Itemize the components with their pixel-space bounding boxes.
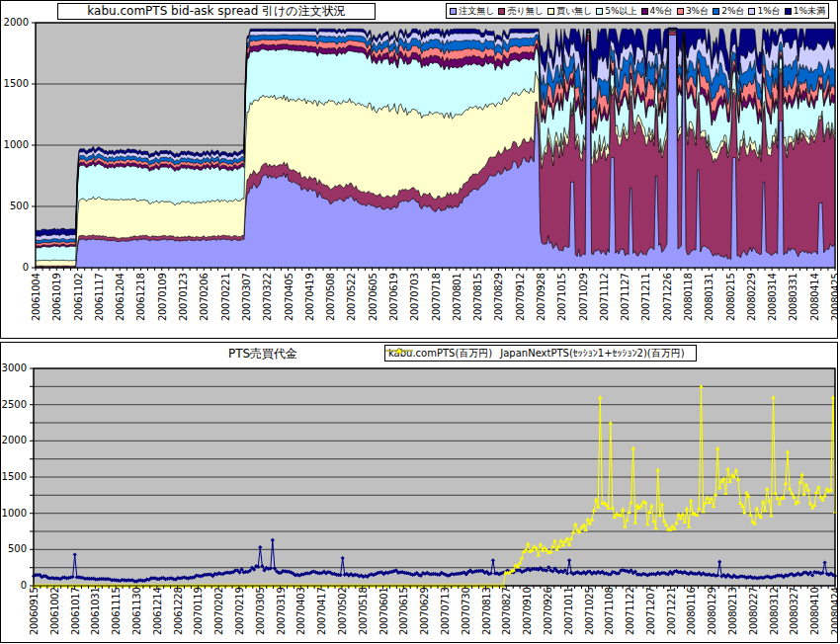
legend-item-1[interactable]: 売り無し — [498, 5, 543, 18]
legend-swatch — [785, 8, 792, 15]
legend-item-5[interactable]: 3%台 — [677, 5, 709, 18]
x-axis-label: 20070219 — [233, 587, 244, 643]
legend-label: 1%台 — [757, 5, 780, 18]
x-axis-label: 20071221 — [665, 587, 676, 643]
x-axis-label: 20070605 — [367, 273, 378, 330]
x-axis-label: 20070629 — [419, 587, 430, 643]
x-axis-label: 20070405 — [283, 273, 294, 330]
x-axis-label: 20080410 — [809, 587, 820, 643]
x-axis-label: 20060915 — [29, 587, 40, 643]
legend-item-6[interactable]: 2%台 — [713, 5, 744, 18]
turnover-chart-legend[interactable]: kabu.comPTS(百万円)JapanNextPTS(ｾｯｼｮﾝ1+ｾｯｼｮ… — [384, 345, 697, 362]
legend-item-3[interactable]: 5%以上 — [596, 5, 636, 18]
x-axis-label: 20080131 — [704, 273, 714, 330]
x-axis-label: 20061004 — [31, 273, 42, 330]
legend-swatch — [596, 8, 603, 15]
legend-swatch — [547, 8, 554, 15]
x-axis-label: 20071015 — [556, 273, 567, 330]
x-axis-label: 20070912 — [514, 273, 525, 330]
legend-item-2[interactable]: 買い無し — [547, 5, 592, 18]
legend-item-7[interactable]: 1%台 — [748, 5, 780, 18]
x-axis-label: 20070718 — [430, 273, 441, 330]
x-axis-label: 20080229 — [745, 273, 756, 330]
x-axis-label: 20071226 — [661, 273, 672, 330]
x-axis-label: 20080213 — [727, 587, 738, 643]
x-axis-label: 20070615 — [398, 587, 409, 643]
x-axis-label: 20061228 — [172, 587, 183, 643]
x-axis-label: 20061102 — [72, 273, 83, 330]
x-axis-label: 20061019 — [51, 273, 62, 330]
worksheet: kabu.comPTS bid-ask spread 引けの注文状況 注文無し売… — [0, 0, 840, 644]
spread-chart-legend[interactable]: 注文無し売り無し買い無し5%以上4%台3%台2%台1%台1%未満 — [446, 3, 829, 19]
spread-chart-title[interactable]: kabu.comPTS bid-ask spread 引けの注文状況 — [57, 3, 376, 20]
x-axis-label: 20070926 — [542, 587, 552, 643]
legend-item-4[interactable]: 4%台 — [641, 5, 673, 18]
turnover-chart[interactable]: PTS売買代金 kabu.comPTS(百万円)JapanNextPTS(ｾｯｼ… — [0, 342, 838, 643]
legend-label: 1%未満 — [794, 5, 825, 18]
x-axis-label: 20080314 — [767, 273, 778, 330]
x-axis-label: 20061017 — [69, 587, 80, 643]
x-axis-label: 20061031 — [90, 587, 101, 643]
y-axis-label: 3000 — [1, 362, 27, 374]
x-axis-label: 20070619 — [387, 273, 398, 330]
turnover-chart-title[interactable]: PTS売買代金 — [129, 346, 396, 362]
y-axis-label: 1000 — [1, 139, 29, 151]
legend-swatch — [713, 8, 719, 15]
x-axis-label: 20080414 — [808, 273, 819, 330]
x-axis-label: 20071127 — [620, 273, 630, 330]
y-axis-label: 2500 — [1, 399, 27, 411]
legend-label: 5%以上 — [605, 5, 636, 18]
x-axis-label: 20080327 — [789, 587, 799, 643]
x-axis-label: 20080227 — [747, 587, 758, 643]
legend-item-0[interactable]: 注文無し — [450, 5, 494, 18]
x-axis-label: 20070730 — [460, 587, 470, 643]
x-axis-label: 20070713 — [439, 587, 450, 643]
legend-swatch — [498, 8, 505, 15]
legend-label: 2%台 — [721, 5, 744, 18]
x-axis-label: 20070123 — [178, 273, 189, 330]
legend-label: 4%台 — [650, 5, 673, 18]
x-axis-label: 20070221 — [219, 273, 230, 330]
x-axis-label: 20080331 — [788, 273, 798, 330]
legend-label: JapanNextPTS(ｾｯｼｮﾝ1+ｾｯｼｮﾝ2)(百万円) — [500, 347, 684, 361]
x-axis-label: 20070827 — [501, 587, 512, 643]
y-axis-label: 0 — [1, 580, 27, 592]
legend-label: 買い無し — [556, 5, 592, 18]
x-axis-label: 20061204 — [115, 273, 126, 330]
legend-label: 3%台 — [686, 5, 709, 18]
legend-label: 売り無し — [507, 5, 543, 18]
x-axis-label: 20070801 — [451, 273, 462, 330]
x-axis-label: 20071112 — [598, 273, 609, 330]
legend-swatch — [748, 8, 755, 15]
x-axis-label: 20080129 — [707, 587, 717, 643]
legend-swatch — [677, 8, 684, 15]
x-axis-label: 20070502 — [336, 587, 347, 643]
x-axis-label: 20070206 — [199, 273, 210, 330]
legend-item-1[interactable]: JapanNextPTS(ｾｯｼｮﾝ1+ｾｯｼｮﾝ2)(百万円) — [500, 347, 684, 361]
y-axis-label: 1000 — [1, 508, 27, 520]
y-axis-label: 2000 — [1, 435, 27, 446]
x-axis-label: 20070910 — [522, 587, 533, 643]
x-axis-label: 20070829 — [493, 273, 504, 330]
x-axis-label: 20061117 — [93, 273, 104, 330]
x-axis-label: 20071211 — [640, 273, 651, 330]
x-axis-label: 20070508 — [325, 273, 336, 330]
x-axis-label: 20080312 — [768, 587, 779, 643]
y-axis-label: 0 — [1, 262, 29, 274]
x-axis-label: 20071025 — [583, 587, 594, 643]
x-axis-label: 20070815 — [472, 273, 483, 330]
y-axis-label: 500 — [1, 201, 29, 212]
legend-swatch — [641, 8, 648, 15]
legend-swatch — [450, 8, 457, 15]
legend-item-8[interactable]: 1%未満 — [785, 5, 825, 18]
x-axis-label: 20070419 — [303, 273, 314, 330]
x-axis-label: 20070522 — [346, 273, 357, 330]
x-axis-label: 20061002 — [48, 587, 59, 643]
spread-chart[interactable]: kabu.comPTS bid-ask spread 引けの注文状況 注文無し売… — [0, 0, 838, 339]
x-axis-label: 20061115 — [111, 587, 122, 643]
triangle-marker-icon — [385, 346, 413, 356]
y-axis-label: 1500 — [1, 471, 27, 483]
x-axis-label: 20070813 — [480, 587, 491, 643]
x-axis-label: 20071108 — [604, 587, 615, 643]
x-axis-label: 20071122 — [625, 587, 635, 643]
